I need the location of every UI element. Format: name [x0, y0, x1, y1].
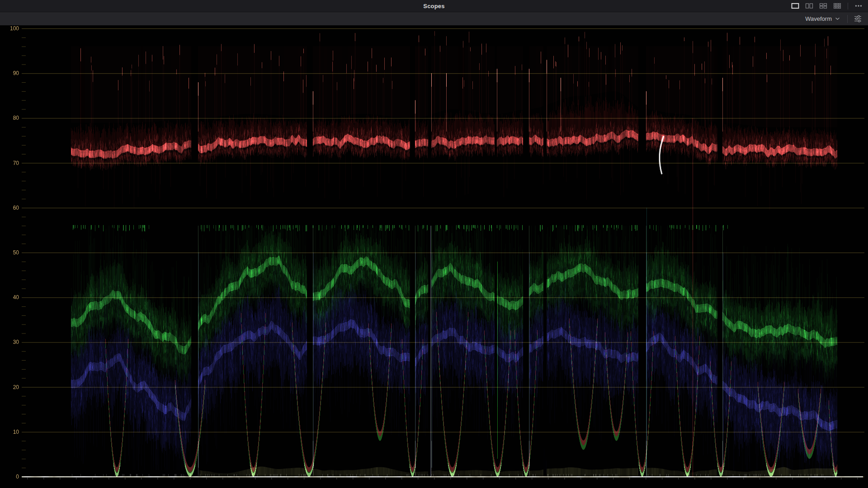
scope-type-dropdown[interactable]: Waveform	[802, 15, 843, 22]
axis-label-30: 30	[0, 338, 19, 346]
waveform-scope-panel: 1009080706050403020100	[0, 25, 868, 488]
axis-label-60: 60	[0, 204, 19, 211]
adjust-sliders-icon	[854, 15, 862, 23]
waveform-scope-canvas	[0, 25, 868, 488]
two-up-view-button[interactable]	[804, 1, 814, 10]
four-up-view-button[interactable]	[818, 1, 828, 10]
scope-toolbar: Waveform	[0, 12, 868, 26]
more-options-icon	[854, 3, 863, 9]
axis-label-100: 100	[0, 25, 19, 32]
axis-label-70: 70	[0, 160, 19, 167]
axis-label-40: 40	[0, 294, 19, 301]
scopes-window: Scopes	[0, 0, 868, 488]
axis-label-90: 90	[0, 70, 19, 77]
axis-label-10: 10	[0, 428, 19, 436]
axis-label-20: 20	[0, 384, 19, 391]
page-title: Scopes	[423, 3, 444, 9]
toolbar-divider	[847, 15, 848, 23]
titlebar: Scopes	[0, 0, 868, 12]
multi-view-icon	[833, 3, 841, 9]
single-view-icon	[791, 3, 799, 9]
scale-axis-labels: 1009080706050403020100	[0, 25, 19, 488]
axis-label-80: 80	[0, 114, 19, 122]
scope-settings-button[interactable]	[852, 14, 863, 24]
chevron-down-icon	[835, 17, 840, 20]
titlebar-divider	[848, 3, 848, 9]
four-up-view-icon	[819, 3, 827, 9]
titlebar-icon-cluster	[790, 0, 863, 12]
scope-type-label: Waveform	[805, 15, 832, 22]
axis-label-50: 50	[0, 249, 19, 256]
more-options-button[interactable]	[854, 1, 863, 10]
multi-view-button[interactable]	[832, 1, 842, 10]
two-up-view-icon	[805, 3, 813, 9]
single-view-button[interactable]	[790, 1, 800, 10]
axis-label-0: 0	[0, 473, 19, 480]
